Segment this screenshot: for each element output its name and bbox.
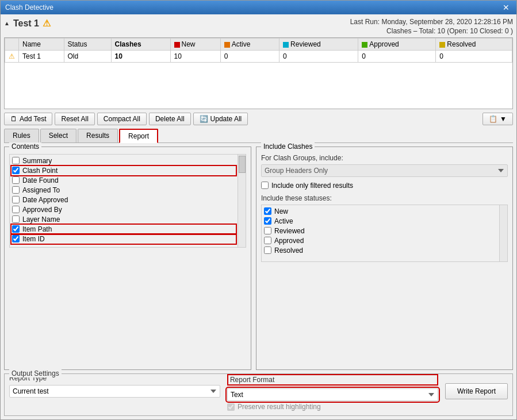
- export-icon: 📋: [489, 115, 497, 123]
- checkbox-assigned-to-input[interactable]: [12, 186, 20, 194]
- statuses-wrapper: New Active Reviewed: [261, 205, 508, 262]
- checkbox-item-path-input[interactable]: [12, 225, 20, 233]
- report-format-label: Report Format: [227, 374, 438, 386]
- status-approved-label: Approved: [274, 237, 304, 245]
- write-report-col: Write Report: [445, 374, 508, 399]
- toolbar: 🗒 Add Test Reset All Compact All Delete …: [4, 113, 513, 125]
- th-clashes: Clashes: [111, 38, 170, 51]
- export-btn-group: 📋 ▼: [482, 113, 513, 125]
- preserve-label: Preserve result highlighting: [238, 403, 321, 411]
- statuses-label: Include these statuses:: [261, 194, 508, 202]
- status-active-label: Active: [274, 217, 293, 225]
- title-bar: Clash Detective ✕: [1, 1, 516, 14]
- warning-icon: ⚠: [43, 18, 51, 29]
- tabs-bar: Rules Select Results Report: [4, 129, 513, 143]
- status-approved: Approved: [264, 237, 497, 245]
- checkbox-item-path-label: Item Path: [22, 225, 52, 233]
- checkbox-item-id: Item ID: [12, 235, 235, 243]
- tab-report[interactable]: Report: [119, 129, 158, 143]
- contents-scrollbar[interactable]: [238, 155, 246, 247]
- checkbox-layer-name-input[interactable]: [12, 215, 20, 223]
- checkbox-item-id-input[interactable]: [12, 235, 20, 242]
- delete-all-label: Delete All: [155, 115, 185, 123]
- delete-all-button[interactable]: Delete All: [149, 113, 191, 125]
- status-reviewed-checkbox[interactable]: [264, 227, 271, 234]
- checkbox-item-path: Item Path: [12, 225, 235, 233]
- checkbox-date-approved: Date Approved: [12, 196, 235, 204]
- row-reviewed: 0: [279, 51, 358, 63]
- row-warning: ⚠: [5, 51, 19, 63]
- th-name: Name: [19, 38, 64, 51]
- table-row[interactable]: ⚠ Test 1 Old 10 10 0 0 0 0: [5, 51, 512, 63]
- statuses-section: Include these statuses: New Active: [261, 194, 508, 262]
- collapse-icon[interactable]: ▲: [4, 20, 10, 26]
- checkbox-summary-input[interactable]: [12, 157, 20, 164]
- clash-table: Name Status Clashes New Active Reviewed …: [5, 38, 512, 109]
- main-window: Clash Detective ✕ ▲ Test 1 ⚠ Last Run: M…: [0, 0, 517, 420]
- filtered-results-checkbox[interactable]: [261, 182, 269, 189]
- row-approved: 0: [358, 51, 436, 63]
- row-active: 0: [220, 51, 279, 63]
- status-new: New: [264, 207, 497, 215]
- checkbox-date-found-label: Date Found: [22, 176, 59, 184]
- checkbox-summary-label: Summary: [22, 157, 52, 165]
- compact-all-label: Compact All: [104, 115, 140, 123]
- for-clash-groups-label: For Clash Groups, include:: [261, 154, 508, 162]
- status-new-checkbox[interactable]: [264, 207, 271, 215]
- checkbox-clash-point-label: Clash Point: [22, 167, 58, 175]
- status-active-checkbox[interactable]: [264, 217, 271, 225]
- clashes-summary: Clashes – Total: 10 (Open: 10 Closed: 0 …: [350, 27, 513, 35]
- contents-group-label: Contents: [9, 142, 41, 151]
- clash-table-container: Name Status Clashes New Active Reviewed …: [4, 37, 513, 109]
- tab-results[interactable]: Results: [78, 129, 118, 142]
- statuses-scrollbar[interactable]: [499, 205, 507, 261]
- contents-scrollbar-thumb[interactable]: [239, 156, 246, 173]
- checkbox-layer-name: Layer Name: [12, 215, 235, 224]
- checkbox-date-found-input[interactable]: [12, 176, 20, 184]
- contents-list-wrapper: Summary Clash Point Date Found Assi: [9, 154, 246, 248]
- row-resolved: 0: [436, 51, 512, 63]
- update-all-button[interactable]: 🔄 Update All: [193, 113, 248, 125]
- th-reviewed: Reviewed: [279, 38, 358, 51]
- status-active: Active: [264, 217, 497, 225]
- panels-row: Contents Summary Clash Point: [4, 147, 513, 371]
- write-report-button[interactable]: Write Report: [445, 383, 508, 399]
- tab-select[interactable]: Select: [40, 129, 76, 142]
- status-resolved: Resolved: [264, 246, 497, 255]
- status-reviewed-label: Reviewed: [274, 227, 305, 235]
- update-icon: 🔄: [200, 115, 208, 123]
- contents-inner: Summary Clash Point Date Found Assi: [10, 155, 238, 247]
- last-run-value: Monday, September 28, 2020 12:28:16 PM: [381, 18, 513, 26]
- checkbox-date-approved-input[interactable]: [12, 196, 20, 203]
- status-resolved-label: Resolved: [274, 246, 303, 255]
- last-run-row: Last Run: Monday, September 28, 2020 12:…: [350, 18, 513, 26]
- output-row: Report Type Current test Report Format T…: [9, 374, 508, 411]
- checkbox-clash-point: Clash Point: [12, 167, 235, 175]
- export-button[interactable]: 📋 ▼: [482, 113, 513, 125]
- preserve-row: Preserve result highlighting: [227, 403, 438, 411]
- output-section: Output Settings Report Type Current test…: [4, 373, 513, 416]
- add-test-icon: 🗒: [10, 115, 17, 123]
- status-resolved-checkbox[interactable]: [264, 246, 271, 254]
- checkbox-approved-by-label: Approved By: [22, 206, 62, 214]
- checkbox-approved-by-input[interactable]: [12, 206, 20, 213]
- close-button[interactable]: ✕: [500, 3, 512, 12]
- reset-all-label: Reset All: [61, 115, 88, 123]
- clash-groups-select[interactable]: Group Headers Only: [261, 164, 508, 177]
- report-format-select[interactable]: Text: [227, 388, 438, 401]
- checkbox-clash-point-input[interactable]: [12, 167, 20, 174]
- export-arrow: ▼: [500, 115, 507, 123]
- reset-all-button[interactable]: Reset All: [55, 113, 94, 125]
- filtered-results-row: Include only filtered results: [261, 182, 508, 190]
- row-name: Test 1: [19, 51, 64, 63]
- tab-rules[interactable]: Rules: [4, 129, 39, 142]
- update-all-label: Update All: [210, 115, 242, 123]
- status-approved-checkbox[interactable]: [264, 237, 271, 244]
- checkbox-assigned-to-label: Assigned To: [22, 186, 60, 194]
- report-type-select[interactable]: Current test: [9, 385, 220, 398]
- report-type-col: Report Type Current test: [9, 374, 220, 398]
- table-header-row: Name Status Clashes New Active Reviewed …: [5, 38, 512, 51]
- add-test-button[interactable]: 🗒 Add Test: [4, 113, 52, 125]
- compact-all-button[interactable]: Compact All: [97, 113, 147, 125]
- include-group-label: Include Clashes: [261, 142, 315, 151]
